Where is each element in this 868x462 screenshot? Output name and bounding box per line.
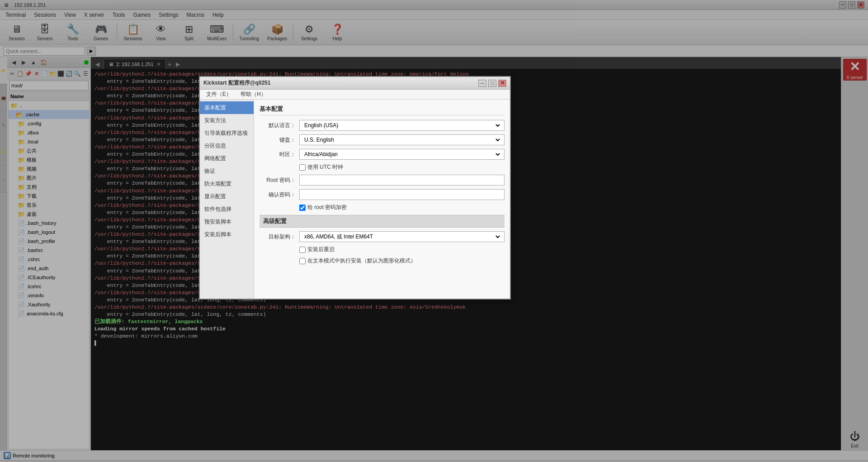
default-language-select[interactable]: English (USA) — [302, 122, 501, 129]
default-language-label: 默认语言： — [259, 122, 296, 129]
nav-basic-config-label: 基本配置 — [204, 104, 226, 112]
nav-network[interactable]: 网络配置 — [200, 152, 254, 165]
dialog-menu-bar: 文件（E） 帮助（H） — [200, 90, 510, 100]
encrypt-checkbox-row: 给 root 密码加密 — [299, 204, 505, 211]
nav-post-install-label: 安装后脚本 — [204, 231, 231, 238]
arch-label: 目标架构： — [259, 233, 296, 241]
dialog-nav: 基本配置 安装方法 引导装载程序选项 分区信息 网络配置 验证 — [200, 100, 254, 299]
nav-display[interactable]: 显示配置 — [200, 190, 254, 203]
root-password-input[interactable] — [302, 177, 501, 183]
dialog-menu-help[interactable]: 帮助（H） — [236, 90, 271, 99]
utc-checkbox[interactable] — [299, 164, 306, 171]
nav-bootloader[interactable]: 引导装载程序选项 — [200, 127, 254, 139]
confirm-password-label: 确认密码： — [259, 191, 296, 199]
dialog-minimize-button[interactable]: ─ — [478, 80, 486, 87]
dialog-menu-file[interactable]: 文件（E） — [202, 90, 236, 99]
nav-post-install[interactable]: 安装后脚本 — [200, 228, 254, 241]
nav-pre-install-label: 预安装脚本 — [204, 218, 231, 226]
nav-packages[interactable]: 软件包选择 — [200, 203, 254, 215]
confirm-password-input[interactable] — [302, 191, 501, 198]
dialog-title-bar: Kickstart 配置程序@qll251 ─ □ ✕ — [200, 77, 510, 90]
nav-partition-label: 分区信息 — [204, 142, 226, 150]
default-language-control[interactable]: English (USA) — [299, 120, 505, 131]
nav-pre-install[interactable]: 预安装脚本 — [200, 215, 254, 228]
default-language-row: 默认语言： English (USA) — [259, 120, 505, 131]
root-password-row: Root 密码： — [259, 175, 505, 186]
reboot-checkbox-label: 安装后重启 — [307, 246, 335, 253]
arch-row: 目标架构： x86, AMD64, 或 Intel EM64T — [259, 231, 505, 242]
nav-bootloader-label: 引导装载程序选项 — [204, 129, 248, 137]
nav-partition[interactable]: 分区信息 — [200, 139, 254, 152]
reboot-checkbox-row: 安装后重启 — [299, 246, 505, 253]
keyboard-label: 键盘： — [259, 136, 296, 144]
advanced-config-section: 高级配置 — [259, 215, 505, 228]
kickstart-dialog: Kickstart 配置程序@qll251 ─ □ ✕ 文件（E） 帮助（H） … — [199, 76, 511, 300]
textmode-checkbox-row: 在文本模式中执行安装（默认为图形化模式） — [299, 257, 505, 265]
advanced-config-title: 高级配置 — [263, 217, 287, 225]
confirm-password-row: 确认密码： — [259, 189, 505, 200]
encrypt-checkbox-label: 给 root 密码加密 — [307, 204, 347, 211]
nav-network-label: 网络配置 — [204, 155, 226, 162]
nav-packages-label: 软件包选择 — [204, 205, 231, 213]
utc-checkbox-row: 使用 UTC 时钟 — [299, 163, 505, 171]
utc-checkbox-label: 使用 UTC 时钟 — [307, 163, 343, 171]
dialog-maximize-button[interactable]: □ — [488, 80, 496, 87]
keyboard-row: 键盘： U.S. English — [259, 134, 505, 145]
nav-firewall[interactable]: 防火墙配置 — [200, 177, 254, 190]
dialog-body: 基本配置 安装方法 引导装载程序选项 分区信息 网络配置 验证 — [200, 100, 510, 299]
dialog-content: 基本配置 默认语言： English (USA) 键盘： U.S. — [254, 100, 510, 299]
arch-control[interactable]: x86, AMD64, 或 Intel EM64T — [299, 231, 505, 242]
encrypt-checkbox[interactable] — [299, 205, 306, 211]
nav-auth-label: 验证 — [204, 167, 215, 175]
keyboard-control[interactable]: U.S. English — [299, 134, 505, 145]
dialog-title-text: Kickstart 配置程序@qll251 — [203, 79, 270, 87]
arch-select[interactable]: x86, AMD64, 或 Intel EM64T — [302, 233, 501, 240]
keyboard-select[interactable]: U.S. English — [302, 136, 501, 143]
nav-display-label: 显示配置 — [204, 193, 226, 200]
basic-config-title: 基本配置 — [259, 105, 505, 115]
textmode-checkbox-label: 在文本模式中执行安装（默认为图形化模式） — [307, 257, 416, 265]
nav-install-method-label: 安装方法 — [204, 117, 226, 124]
nav-firewall-label: 防火墙配置 — [204, 180, 231, 188]
root-password-label: Root 密码： — [259, 176, 296, 184]
nav-install-method[interactable]: 安装方法 — [200, 114, 254, 127]
timezone-label: 时区： — [259, 151, 296, 158]
dialog-title-buttons: ─ □ ✕ — [478, 80, 506, 87]
root-password-control[interactable] — [299, 175, 505, 186]
timezone-control[interactable]: Africa/Abidjan — [299, 149, 505, 160]
nav-basic-config[interactable]: 基本配置 — [200, 101, 254, 114]
textmode-checkbox[interactable] — [299, 258, 306, 264]
timezone-select[interactable]: Africa/Abidjan — [302, 151, 501, 158]
reboot-checkbox[interactable] — [299, 247, 306, 253]
dialog-overlay: Kickstart 配置程序@qll251 ─ □ ✕ 文件（E） 帮助（H） … — [0, 0, 868, 462]
dialog-close-button[interactable]: ✕ — [498, 80, 506, 87]
timezone-row: 时区： Africa/Abidjan — [259, 149, 505, 160]
confirm-password-control[interactable] — [299, 189, 505, 200]
nav-auth[interactable]: 验证 — [200, 165, 254, 177]
